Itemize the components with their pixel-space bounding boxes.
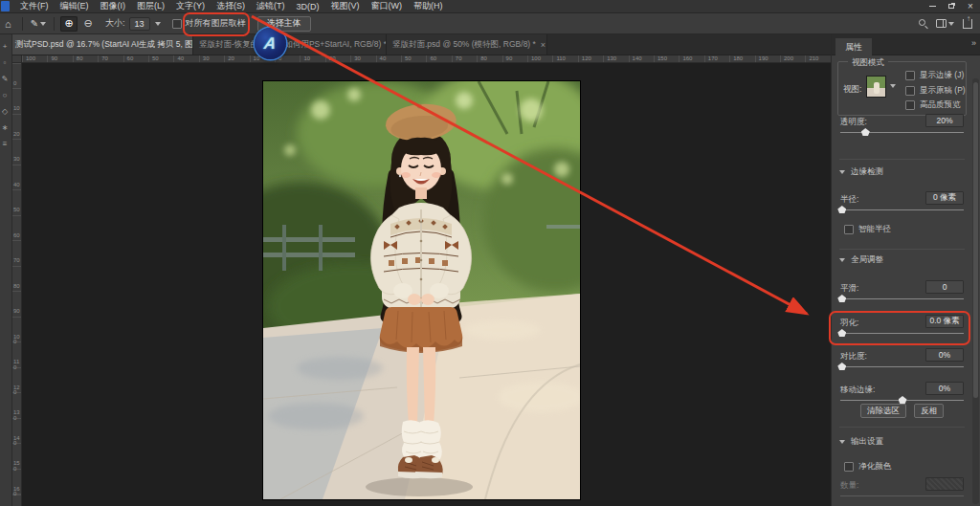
feather-slider[interactable] <box>840 333 964 334</box>
edge-detection-section[interactable]: 边缘检测 <box>839 166 883 178</box>
radius-slider[interactable] <box>840 209 964 210</box>
close-window-button[interactable]: × <box>961 0 980 13</box>
menu-image[interactable]: 图像(I) <box>95 0 132 12</box>
ruler-label: 60 <box>127 55 134 61</box>
menu-window[interactable]: 窗口(W) <box>366 0 409 12</box>
home-icon[interactable]: ⌂ <box>5 18 11 30</box>
high-quality-preview-checkbox[interactable]: 高品质预览 <box>905 99 961 111</box>
ruler-label: 40 <box>177 55 184 61</box>
slider-thumb[interactable] <box>837 295 846 302</box>
contrast-slider[interactable] <box>840 366 964 367</box>
feather-value[interactable]: 0.0 像素 <box>925 315 964 328</box>
add-to-selection-button[interactable]: ⊕ <box>60 16 78 32</box>
ruler-label: 120 <box>582 55 591 61</box>
show-original-checkbox[interactable]: 显示原稿 (P) <box>905 85 966 97</box>
scrollbar-thumb[interactable] <box>973 82 978 398</box>
canvas-area[interactable] <box>22 63 831 506</box>
checkbox-icon <box>172 19 182 29</box>
ruler-label: 110 <box>13 360 21 370</box>
slider-thumb[interactable] <box>899 396 907 404</box>
menu-edit[interactable]: 编辑(E) <box>55 0 95 12</box>
menu-view[interactable]: 视图(V) <box>325 0 366 12</box>
ruler-label: 30 <box>13 157 21 163</box>
contrast-value[interactable]: 0% <box>925 348 964 362</box>
smart-radius-checkbox[interactable]: 智能半径 <box>844 224 891 235</box>
zoom-tool-icon[interactable]: ≡ <box>0 140 11 148</box>
sample-all-layers-checkbox[interactable]: 对所有图层取样 <box>172 17 246 30</box>
hand-tool-icon[interactable]: ∗ <box>0 123 11 132</box>
document-tab-bar: 测试PSD.psd @ 16.7% (StartAI AI生成 拷贝 5, 图层… <box>0 34 831 55</box>
menu-layer[interactable]: 图层(L) <box>131 0 170 12</box>
ruler-label: 100 <box>26 55 35 61</box>
minimize-button[interactable] <box>923 0 942 13</box>
share-icon[interactable]: ↑ <box>963 19 972 29</box>
brush-size-dropdown[interactable] <box>153 17 163 31</box>
menu-file[interactable]: 文件(F) <box>14 0 55 12</box>
close-tab-icon[interactable]: × <box>541 40 546 50</box>
tab-document-3[interactable]: 竖版封面.psd @ 50% (模特图, RGB/8) * × <box>387 34 547 55</box>
view-dropdown-icon[interactable] <box>890 84 896 88</box>
crop-tool-icon[interactable]: ◇ <box>0 107 11 116</box>
move-tool-icon[interactable]: + <box>0 42 11 51</box>
ruler-label: 80 <box>480 55 487 61</box>
ruler-label: 200 <box>784 55 793 61</box>
smooth-value[interactable]: 0 <box>925 280 964 294</box>
opacity-slider[interactable] <box>840 132 964 133</box>
slider-thumb[interactable] <box>861 128 870 136</box>
opacity-value[interactable]: 20% <box>925 114 964 127</box>
ruler-label: 80 <box>77 55 83 61</box>
output-settings-section[interactable]: 输出设置 <box>839 436 883 448</box>
ruler-label: 110 <box>556 55 566 61</box>
menu-filter[interactable]: 滤镜(T) <box>251 0 291 12</box>
restore-button[interactable] <box>942 0 961 13</box>
smooth-slider[interactable] <box>840 298 964 299</box>
ruler-corner <box>12 55 22 63</box>
smart-radius-label: 智能半径 <box>858 224 891 235</box>
quick-selection-tool-icon[interactable]: ✎ <box>28 17 49 30</box>
menu-help[interactable]: 帮助(H) <box>408 0 449 12</box>
panel-scrollbar[interactable] <box>972 78 979 504</box>
options-bar-right: ↑ <box>919 19 972 29</box>
marquee-tool-icon[interactable]: ▫ <box>0 58 11 67</box>
slider-thumb[interactable] <box>837 363 846 370</box>
tab-document-1[interactable]: 测试PSD.psd @ 16.7% (StartAI AI生成 拷贝 5, 图层… <box>10 34 193 55</box>
quick-selection-tool-icon[interactable]: ○ <box>0 91 11 99</box>
show-edge-checkbox[interactable]: 显示边缘 (J) <box>905 70 964 81</box>
chevron-down-icon <box>839 170 845 174</box>
decontaminate-colors-checkbox[interactable]: 净化颜色 <box>844 461 891 473</box>
smooth-row: 平滑: 0 <box>840 283 964 310</box>
panel-header: 属性 » <box>832 34 980 55</box>
menu-3d[interactable]: 3D(D) <box>291 2 325 11</box>
shift-edge-value[interactable]: 0% <box>925 382 964 395</box>
tab-properties[interactable]: 属性 <box>835 38 872 55</box>
logo-letter: A <box>263 34 278 54</box>
workspace-switcher[interactable] <box>936 19 954 28</box>
lasso-tool-icon[interactable]: ✎ <box>0 75 11 83</box>
menu-type[interactable]: 文字(Y) <box>170 0 211 12</box>
menu-select[interactable]: 选择(S) <box>211 0 251 12</box>
slider-thumb[interactable] <box>837 206 846 213</box>
radius-value[interactable]: 0 像素 <box>925 191 964 205</box>
invert-button[interactable]: 反相 <box>914 404 944 418</box>
ruler-label: 50 <box>405 55 412 61</box>
smooth-label: 平滑: <box>840 283 858 295</box>
search-icon[interactable] <box>919 19 927 28</box>
global-refine-section[interactable]: 全局调整 <box>839 254 883 266</box>
ruler-label: 190 <box>759 55 768 61</box>
clear-selection-button[interactable]: 清除选区 <box>860 404 906 418</box>
slider-thumb[interactable] <box>837 329 846 337</box>
ruler-label: 90 <box>51 55 57 61</box>
view-thumbnail[interactable] <box>866 76 886 98</box>
subtract-from-selection-button[interactable]: ⊖ <box>79 16 97 32</box>
feather-label: 羽化: <box>840 318 858 329</box>
collapse-panels-icon[interactable]: » <box>971 38 976 48</box>
amount-value <box>925 477 964 491</box>
tab-document-2[interactable]: 竖版封面-恢复的.p 如何用PS+StartAI, RGB/8) * × <box>193 34 387 55</box>
properties-panel: 属性 » 视图模式 视图: 显示边缘 (J) 显示原稿 (P) 高品质预览 <box>831 34 980 506</box>
shift-edge-slider[interactable] <box>840 400 964 401</box>
ruler-label: 50 <box>152 55 159 61</box>
ruler-label: 70 <box>456 55 462 61</box>
ruler-label: 160 <box>13 487 21 497</box>
ruler-label: 10 <box>254 55 260 61</box>
brush-size-input[interactable]: 13 <box>129 17 150 31</box>
